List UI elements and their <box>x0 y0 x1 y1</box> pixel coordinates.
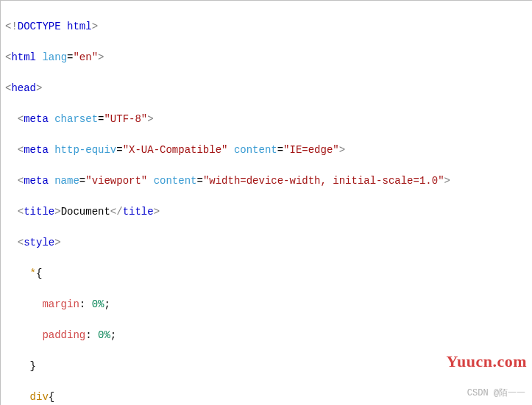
line-meta2: <meta http-equiv="X-UA-Compatible" conte… <box>5 143 528 158</box>
line-sel1: *{ <box>5 266 528 282</box>
line-style-open: <style> <box>5 235 528 251</box>
line-prop-padding: padding: 0%; <box>5 328 528 343</box>
line-meta3: <meta name="viewport" content="width=dev… <box>5 173 528 189</box>
line-sel2: div{ <box>5 390 528 405</box>
line-prop-margin: margin: 0%; <box>5 297 528 312</box>
line-meta1: <meta charset="UTF-8"> <box>5 112 528 127</box>
line-title: <title>Document</title> <box>5 204 528 220</box>
line-cb1: } <box>5 359 528 374</box>
code-block: <!DOCTYPE html> <html lang="en"> <head> … <box>1 1 532 405</box>
line-doctype: <!DOCTYPE html> <box>5 19 528 35</box>
line-html-open: <html lang="en"> <box>5 50 528 65</box>
line-head-open: <head> <box>5 81 528 96</box>
